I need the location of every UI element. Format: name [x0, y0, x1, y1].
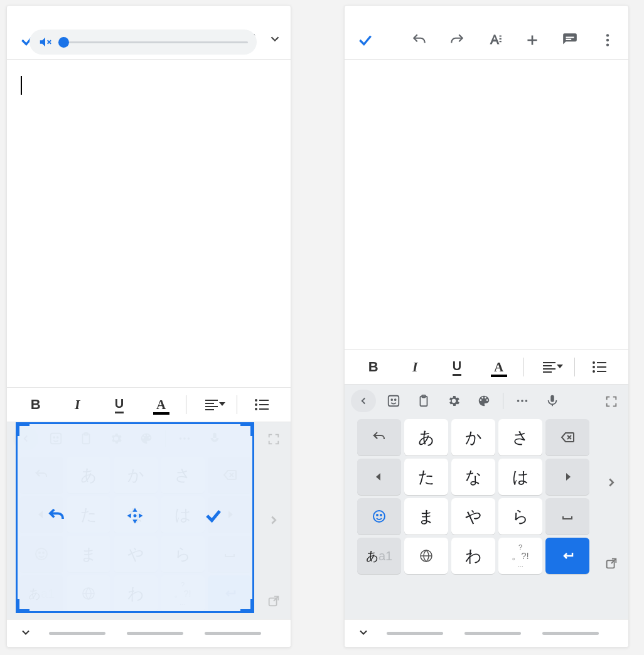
key-left[interactable] — [357, 459, 401, 495]
svg-point-6 — [255, 403, 257, 406]
svg-marker-48 — [376, 473, 380, 481]
mic-icon[interactable] — [540, 390, 565, 412]
more-icon[interactable] — [510, 390, 535, 412]
svg-rect-7 — [259, 404, 269, 405]
sticker-icon[interactable] — [381, 390, 406, 412]
gesture-bar — [370, 632, 616, 635]
svg-point-32 — [606, 43, 609, 46]
volume-thumb[interactable] — [58, 37, 69, 48]
svg-point-31 — [606, 38, 609, 41]
svg-rect-40 — [389, 396, 399, 407]
svg-marker-49 — [566, 473, 571, 481]
key-ya[interactable]: や — [451, 498, 495, 535]
bold-button[interactable]: B — [357, 354, 390, 380]
underline-button[interactable]: U — [440, 354, 474, 380]
insert-button[interactable] — [515, 26, 549, 54]
italic-button[interactable]: I — [60, 392, 94, 417]
align-button[interactable] — [195, 392, 228, 417]
keyboard-resize-overlay[interactable] — [16, 422, 254, 613]
comment-button[interactable] — [553, 26, 587, 54]
undo-button[interactable] — [402, 26, 436, 54]
svg-point-50 — [373, 511, 385, 522]
settings-icon[interactable] — [441, 390, 466, 412]
key-ka[interactable]: か — [451, 419, 495, 455]
key-ra[interactable]: ら — [498, 498, 542, 535]
done-button[interactable] — [348, 26, 382, 54]
chevron-right-icon[interactable] — [267, 513, 281, 530]
volume-collapse-icon[interactable] — [268, 32, 282, 48]
svg-marker-3 — [219, 402, 225, 406]
theme-icon[interactable] — [471, 390, 496, 412]
overflow-menu-button[interactable] — [591, 26, 625, 54]
bullet-list-button[interactable] — [245, 392, 279, 417]
svg-point-52 — [380, 514, 382, 516]
resize-move-icon[interactable] — [126, 506, 144, 528]
svg-point-47 — [525, 400, 528, 402]
chevron-right-icon[interactable] — [604, 476, 618, 492]
key-globe[interactable] — [404, 538, 448, 574]
key-enter[interactable] — [545, 538, 589, 574]
expand-icon[interactable] — [267, 432, 281, 449]
svg-point-41 — [391, 399, 392, 400]
key-wa[interactable]: わ — [451, 538, 495, 574]
key-right[interactable] — [545, 459, 589, 495]
key-na[interactable]: な — [451, 459, 495, 495]
redo-button[interactable] — [440, 26, 474, 54]
document-canvas[interactable] — [345, 60, 628, 349]
clipboard-icon[interactable] — [411, 390, 436, 412]
resize-confirm-icon[interactable] — [204, 506, 223, 528]
key-mode[interactable]: あa1 — [357, 538, 401, 574]
font-color-button[interactable]: A — [482, 354, 516, 380]
resize-handle-br[interactable] — [240, 599, 254, 613]
key-emoji[interactable] — [357, 498, 401, 535]
svg-rect-9 — [259, 408, 269, 410]
volume-muted-icon — [38, 35, 52, 49]
top-toolbar — [345, 21, 628, 60]
kb-back-button[interactable] — [351, 390, 376, 412]
align-button[interactable] — [532, 354, 566, 380]
key-ma[interactable]: ま — [404, 498, 448, 535]
resize-undo-icon[interactable] — [47, 506, 66, 528]
text-format-button[interactable] — [478, 26, 512, 54]
text-cursor — [21, 76, 22, 95]
svg-point-42 — [395, 399, 396, 400]
svg-rect-39 — [597, 371, 606, 372]
key-backspace[interactable] — [545, 419, 589, 455]
volume-slider-overlay[interactable] — [30, 29, 257, 55]
key-ta[interactable]: た — [404, 459, 448, 495]
keyboard-side-tools — [598, 388, 625, 582]
resize-handle-tr[interactable] — [240, 422, 254, 436]
svg-marker-26 — [132, 519, 137, 523]
gesture-bar — [32, 632, 278, 635]
right-screenshot: B I U A — [344, 5, 629, 647]
collapse-keyboard-icon[interactable] — [357, 626, 370, 641]
resize-handle-bl[interactable] — [16, 599, 30, 613]
bold-button[interactable]: B — [19, 392, 53, 417]
keyboard-side-tools — [260, 426, 287, 619]
bullet-list-button[interactable] — [582, 354, 616, 380]
key-a[interactable]: あ — [404, 419, 448, 455]
svg-point-36 — [593, 366, 595, 368]
underline-button[interactable]: U — [102, 392, 136, 417]
key-symbol[interactable]: ? 。?! … — [498, 538, 542, 574]
italic-button[interactable]: I — [398, 354, 432, 380]
volume-track[interactable] — [58, 41, 248, 43]
key-space[interactable] — [545, 498, 589, 535]
popout-icon[interactable] — [604, 556, 618, 573]
key-ha[interactable]: は — [498, 459, 542, 495]
system-bar — [7, 619, 291, 647]
svg-rect-37 — [597, 366, 606, 368]
resize-handle-tl[interactable] — [16, 422, 30, 436]
document-canvas[interactable] — [7, 60, 291, 387]
key-undo[interactable] — [357, 419, 401, 455]
keyboard-top-row — [348, 388, 598, 416]
svg-point-30 — [606, 34, 609, 36]
keyboard-grid: あ か さ た な は ま や ら あa1 わ — [351, 419, 596, 574]
key-sa[interactable]: さ — [498, 419, 542, 455]
collapse-keyboard-icon[interactable] — [19, 626, 32, 641]
popout-icon[interactable] — [267, 594, 281, 610]
font-color-button[interactable]: A — [144, 392, 178, 417]
expand-icon[interactable] — [604, 395, 618, 411]
svg-point-38 — [593, 370, 595, 373]
format-bar: B I U A — [7, 387, 291, 422]
